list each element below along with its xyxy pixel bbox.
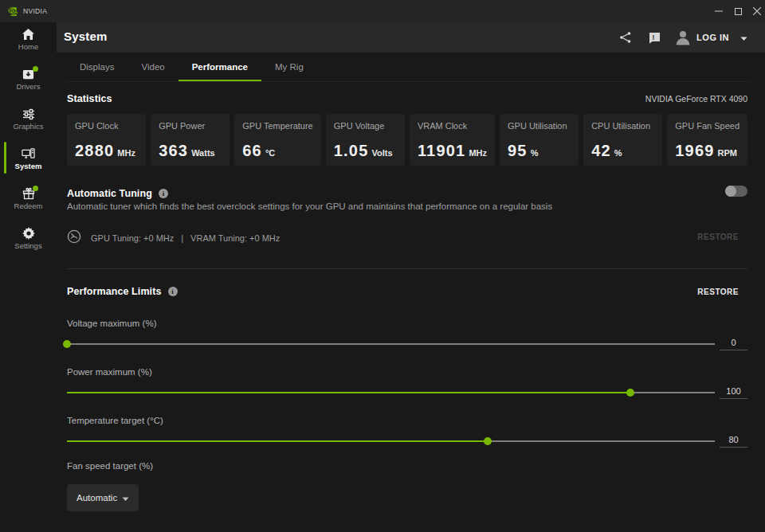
slider-label: Power maximum (%) (67, 367, 747, 377)
statistics-heading: Statistics (67, 93, 112, 104)
stat-unit: Watts (191, 148, 215, 158)
sidebar-item-redeem[interactable]: Redeem (0, 182, 57, 221)
redeem-badge (33, 186, 38, 191)
stat-unit: MHz (117, 148, 135, 158)
stat-unit: MHz (469, 148, 487, 158)
tuning-status-row: GPU Tuning: +0 MHz | VRAM Tuning: +0 MHz (67, 229, 280, 247)
stat-value: 11901 (418, 142, 466, 160)
app-title: NVIDIA (23, 7, 47, 15)
tab-performance[interactable]: Performance (178, 53, 261, 81)
slider-thumb[interactable] (626, 389, 634, 397)
sidebar: HomeDriversGraphicsSystemRedeemSettings (0, 22, 57, 532)
slider-row: 0 (67, 338, 747, 350)
tuning-heading: Automatic Tuning (67, 188, 152, 199)
avatar-icon[interactable] (673, 29, 692, 46)
maximize-button[interactable] (728, 2, 747, 20)
section-divider (67, 268, 747, 269)
window-controls (709, 2, 765, 20)
close-button[interactable] (747, 2, 765, 20)
slider-value[interactable]: 0 (720, 334, 747, 350)
sidebar-item-home[interactable]: Home (0, 22, 57, 62)
stat-card-gpu-fan-speed: GPU Fan Speed1969RPM (667, 114, 747, 166)
limits-heading: Performance Limits (67, 286, 162, 297)
slider-label: Voltage maximum (%) (67, 319, 747, 328)
home-icon (22, 29, 35, 40)
slider-track[interactable] (67, 340, 715, 348)
svg-text:!: ! (652, 33, 654, 41)
login-caret-icon[interactable] (740, 30, 747, 45)
stat-card-cpu-utilisation: CPU Utilisation42% (583, 114, 662, 166)
slider-thumb[interactable] (484, 437, 492, 445)
gpu-name: NVIDIA GeForce RTX 4090 (645, 94, 747, 104)
login-label: LOG IN (696, 33, 729, 42)
sidebar-item-label: Settings (14, 241, 41, 250)
main-area: System ! LOG IN DisplaysVideoPerformance… (57, 22, 765, 532)
sidebar-item-system[interactable]: System (0, 142, 57, 182)
slider-label: Temperature target (°C) (67, 416, 747, 425)
feedback-icon[interactable]: ! (640, 32, 669, 44)
stat-unit: % (614, 148, 622, 158)
toggle-thumb (725, 186, 736, 197)
sidebar-item-settings[interactable]: Settings (0, 221, 57, 261)
limits-restore-button[interactable]: RESTORE (697, 288, 739, 296)
stat-value: 95 (508, 142, 528, 160)
stat-value: 2880 (75, 142, 114, 160)
slider-value[interactable]: 100 (720, 383, 747, 399)
stat-unit: Volts (371, 148, 392, 158)
stat-label: GPU Utilisation (508, 121, 571, 131)
slider-group-1: Power maximum (%)100 (67, 367, 747, 399)
stat-label: GPU Clock (75, 121, 138, 131)
stat-label: GPU Power (159, 121, 222, 131)
minimize-button[interactable] (709, 2, 728, 20)
slider-value[interactable]: 80 (720, 432, 747, 448)
stat-value: 1.05 (334, 142, 369, 160)
stat-label: CPU Utilisation (591, 121, 654, 131)
gauge-icon (67, 229, 81, 247)
stat-value: 42 (591, 142, 611, 160)
stat-card-gpu-temperature: GPU Temperature66°C (234, 114, 320, 166)
tab-bar: DisplaysVideoPerformanceMy Rig (57, 53, 765, 81)
tuning-toggle[interactable] (725, 186, 747, 197)
vram-tuning-value: VRAM Tuning: +0 MHz (190, 233, 280, 243)
tab-my-rig[interactable]: My Rig (261, 53, 317, 81)
fan-speed-value: Automatic (76, 493, 117, 503)
tuning-info-icon[interactable]: i (159, 189, 168, 198)
redeem-icon (22, 188, 35, 199)
slider-track-fill (67, 392, 630, 393)
page-title: System (64, 29, 108, 43)
tuning-separator: | (181, 233, 183, 243)
dropdown-caret-icon (122, 491, 129, 505)
graphics-icon (22, 108, 35, 119)
tab-video[interactable]: Video (128, 53, 178, 81)
stat-label: VRAM Clock (418, 121, 487, 131)
sidebar-item-label: Graphics (13, 122, 43, 131)
tab-displays[interactable]: Displays (66, 53, 128, 81)
share-icon[interactable] (611, 31, 640, 44)
stat-value: 363 (159, 142, 188, 160)
slider-thumb[interactable] (63, 340, 71, 348)
stat-unit: °C (265, 148, 275, 158)
slider-row: 100 (67, 386, 747, 399)
slider-track[interactable] (67, 437, 715, 445)
sidebar-item-label: Home (18, 42, 38, 51)
slider-track[interactable] (67, 389, 715, 397)
stat-card-gpu-power: GPU Power363Watts (151, 114, 230, 166)
fan-speed-dropdown[interactable]: Automatic (67, 484, 139, 511)
tuning-restore-button[interactable]: RESTORE (697, 233, 739, 241)
gpu-tuning-value: GPU Tuning: +0 MHz (91, 233, 174, 243)
settings-icon (22, 228, 35, 239)
login-button[interactable]: LOG IN (696, 33, 729, 42)
stat-card-gpu-clock: GPU Clock2880MHz (67, 114, 146, 166)
sidebar-item-label: Redeem (14, 201, 43, 210)
limits-info-icon[interactable]: i (168, 287, 178, 296)
nvidia-logo-icon (7, 6, 18, 17)
slider-track-fill (67, 440, 488, 442)
sidebar-item-graphics[interactable]: Graphics (0, 102, 57, 142)
sidebar-item-label: System (15, 162, 42, 170)
slider-row: 80 (67, 435, 747, 448)
system-icon (22, 148, 35, 159)
stat-label: GPU Temperature (242, 121, 312, 131)
drivers-icon (22, 68, 35, 80)
sidebar-item-drivers[interactable]: Drivers (0, 62, 57, 102)
stat-unit: RPM (718, 148, 737, 158)
